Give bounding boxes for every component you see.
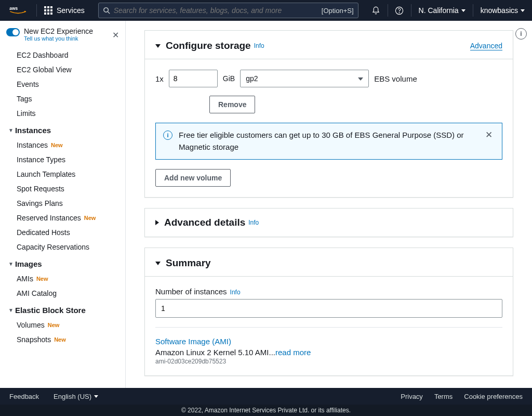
account-menu[interactable]: knowbasics xyxy=(473,6,532,15)
instances-count-label: Number of instances xyxy=(155,287,227,296)
alert-text: Free tier eligible customers can get up … xyxy=(179,129,477,153)
sidebar-item-capacity-reservations[interactable]: Capacity Reservations xyxy=(0,240,125,254)
sidebar-item-savings-plans[interactable]: Savings Plans xyxy=(0,196,125,211)
region-selector[interactable]: N. California xyxy=(411,6,473,15)
sidebar-item-ami-catalog[interactable]: AMI Catalog xyxy=(0,286,125,301)
summary-panel: Summary Number of instances Info Softwar… xyxy=(144,248,513,376)
copyright-bar: © 2022, Amazon Internet Services Private… xyxy=(0,405,532,416)
sidebar-item-instances[interactable]: InstancesNew xyxy=(0,138,125,152)
svg-text:aws: aws xyxy=(9,6,18,11)
search-icon xyxy=(103,7,111,15)
info-link[interactable]: Info xyxy=(254,42,264,49)
free-tier-alert: i Free tier eligible customers can get u… xyxy=(155,123,502,160)
username-label: knowbasics xyxy=(481,6,518,15)
sidebar-item-spot-requests[interactable]: Spot Requests xyxy=(0,181,125,196)
volume-qty-label: 1x xyxy=(155,74,164,83)
services-grid-icon xyxy=(44,6,52,15)
panel-title: Configure storage xyxy=(166,40,251,51)
sidebar: New EC2 Experience Tell us what you thin… xyxy=(0,21,126,388)
remove-volume-button[interactable]: Remove xyxy=(209,96,255,113)
services-label: Services xyxy=(57,6,85,15)
sidebar-item-limits[interactable]: Limits xyxy=(0,106,125,121)
aws-logo[interactable]: aws xyxy=(0,5,36,16)
sidebar-item-launch-templates[interactable]: Launch Templates xyxy=(0,167,125,181)
volume-size-unit: GiB xyxy=(223,74,235,83)
language-selector[interactable]: English (US) xyxy=(54,393,98,400)
sidebar-section-instances[interactable]: ▼Instances xyxy=(0,121,125,138)
read-more-link[interactable]: read more xyxy=(275,348,311,357)
region-label: N. California xyxy=(419,6,459,15)
volume-type-select[interactable]: gp2 xyxy=(240,70,369,87)
chevron-down-icon xyxy=(461,9,466,12)
configure-storage-panel: Configure storage Info Advanced 1x GiB g… xyxy=(144,30,513,198)
info-link[interactable]: Info xyxy=(230,289,241,296)
advanced-link[interactable]: Advanced xyxy=(470,42,502,50)
sidebar-item-ec2-global-view[interactable]: EC2 Global View xyxy=(0,62,125,77)
svg-line-2 xyxy=(108,11,110,14)
sidebar-section-ebs[interactable]: ▼Elastic Block Store xyxy=(0,301,125,318)
panel-title: Advanced details xyxy=(164,217,245,228)
divider xyxy=(155,327,502,328)
feedback-link[interactable]: Feedback xyxy=(9,393,39,400)
search-input[interactable] xyxy=(114,6,322,15)
volume-suffix-label: EBS volume xyxy=(374,74,417,83)
info-panel-toggle[interactable]: i xyxy=(515,28,527,40)
sidebar-item-ec2-dashboard[interactable]: EC2 Dashboard xyxy=(0,48,125,62)
sidebar-item-volumes[interactable]: VolumesNew xyxy=(0,318,125,332)
cookie-preferences-link[interactable]: Cookie preferences xyxy=(464,393,523,400)
panel-title: Summary xyxy=(166,257,211,269)
info-icon: i xyxy=(163,131,172,140)
ami-description: Amazon Linux 2 Kernel 5.10 AMI...read mo… xyxy=(155,348,502,357)
privacy-link[interactable]: Privacy xyxy=(401,393,423,400)
footer-bar: Feedback English (US) Privacy Terms Cook… xyxy=(0,388,532,405)
bell-icon xyxy=(371,6,380,15)
main-content: i Configure storage Info Advanced 1x GiB… xyxy=(126,21,532,388)
help-icon xyxy=(395,6,404,15)
terms-link[interactable]: Terms xyxy=(434,393,453,400)
services-menu[interactable]: Services xyxy=(37,6,92,15)
sidebar-item-dedicated-hosts[interactable]: Dedicated Hosts xyxy=(0,225,125,240)
collapse-toggle-icon[interactable] xyxy=(155,262,161,265)
top-header: aws Services [Option+S] N. California kn… xyxy=(0,0,532,21)
help-button[interactable] xyxy=(388,0,411,21)
software-image-heading[interactable]: Software Image (AMI) xyxy=(155,337,502,346)
new-experience-title: New EC2 Experience xyxy=(24,27,93,35)
ami-id: ami-02d03ce209db75523 xyxy=(155,358,502,365)
volume-size-input[interactable] xyxy=(169,70,218,87)
copyright-text: © 2022, Amazon Internet Services Private… xyxy=(181,407,351,414)
search-box[interactable]: [Option+S] xyxy=(98,3,358,18)
new-experience-banner: New EC2 Experience Tell us what you thin… xyxy=(0,21,125,48)
add-volume-button[interactable]: Add new volume xyxy=(155,169,231,187)
collapse-toggle-icon[interactable] xyxy=(155,44,161,48)
sidebar-section-images[interactable]: ▼Images xyxy=(0,254,125,271)
new-experience-feedback-link[interactable]: Tell us what you think xyxy=(24,35,93,42)
instances-count-input[interactable] xyxy=(155,299,502,318)
advanced-details-panel: Advanced details Info xyxy=(144,208,513,237)
chevron-down-icon xyxy=(521,9,525,12)
sidebar-item-snapshots[interactable]: SnapshotsNew xyxy=(0,332,125,347)
sidebar-item-instance-types[interactable]: Instance Types xyxy=(0,152,125,167)
search-container: [Option+S] xyxy=(92,3,365,18)
expand-toggle-icon[interactable] xyxy=(155,220,159,225)
header-right: N. California knowbasics xyxy=(365,0,532,21)
svg-point-4 xyxy=(399,12,400,12)
sidebar-item-reserved-instances[interactable]: Reserved InstancesNew xyxy=(0,211,125,225)
notifications-button[interactable] xyxy=(365,0,388,21)
chevron-down-icon xyxy=(94,395,98,398)
alert-close-button[interactable]: ✕ xyxy=(483,129,495,140)
sidebar-item-events[interactable]: Events xyxy=(0,77,125,92)
search-shortcut: [Option+S] xyxy=(322,7,354,15)
svg-point-1 xyxy=(104,7,108,11)
new-experience-toggle[interactable] xyxy=(6,28,20,36)
sidebar-item-tags[interactable]: Tags xyxy=(0,92,125,106)
sidebar-item-amis[interactable]: AMIsNew xyxy=(0,271,125,286)
new-experience-close[interactable]: ✕ xyxy=(112,30,119,40)
info-link[interactable]: Info xyxy=(248,219,259,226)
